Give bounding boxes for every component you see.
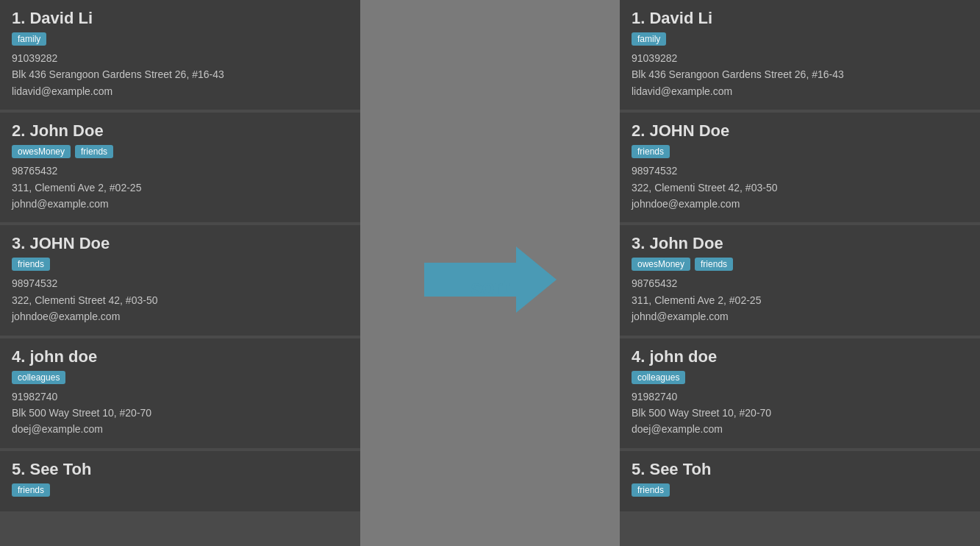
contact-tags: friends xyxy=(12,258,348,271)
contact-card: 1. David Lifamily91039282Blk 436 Serango… xyxy=(620,0,980,110)
contact-phone: 91039282 xyxy=(632,50,968,66)
contact-tags: owesMoneyfriends xyxy=(12,145,348,158)
contact-name: 5. See Toh xyxy=(12,460,348,479)
tag: friends xyxy=(12,483,50,497)
contact-email: johnd@example.com xyxy=(632,308,968,325)
contact-email: lidavid@example.com xyxy=(632,83,968,99)
contact-email: johndoe@example.com xyxy=(12,308,348,325)
contact-tags: friends xyxy=(632,483,968,497)
contact-name: 1. David Li xyxy=(12,9,348,28)
sort-label: sort xyxy=(471,276,509,299)
right-panel[interactable]: 1. David Lifamily91039282Blk 436 Serango… xyxy=(620,0,980,546)
contact-tags: colleagues xyxy=(12,371,348,384)
contact-email: johndoe@example.com xyxy=(632,196,968,212)
left-panel[interactable]: 1. David Lifamily91039282Blk 436 Serango… xyxy=(0,0,360,546)
arrow-head xyxy=(516,247,557,313)
contact-card: 5. See Tohfriends xyxy=(620,451,980,511)
tag: friends xyxy=(632,483,670,497)
contact-address: 322, Clementi Street 42, #03-50 xyxy=(632,180,968,196)
contact-card: 2. John DoeowesMoneyfriends98765432311, … xyxy=(0,113,360,222)
middle-section: sort xyxy=(360,0,620,546)
contact-email: doej@example.com xyxy=(12,421,348,437)
tag: friends xyxy=(695,258,733,271)
contact-phone: 98765432 xyxy=(12,163,348,179)
contact-card: 2. JOHN Doefriends98974532322, Clementi … xyxy=(620,113,980,222)
contact-card: 3. JOHN Doefriends98974532322, Clementi … xyxy=(0,225,360,335)
tag: owesMoney xyxy=(632,258,690,271)
contact-card: 4. john doecolleagues91982740Blk 500 Way… xyxy=(0,338,360,448)
contact-email: johnd@example.com xyxy=(12,196,348,212)
tag: owesMoney xyxy=(12,145,71,158)
contact-email: doej@example.com xyxy=(632,421,968,437)
sort-arrow: sort xyxy=(424,247,557,299)
contact-name: 1. David Li xyxy=(632,9,968,28)
contact-phone: 91982740 xyxy=(12,389,348,405)
contact-tags: friends xyxy=(632,145,968,158)
contact-phone: 91982740 xyxy=(632,389,968,405)
contact-card: 3. John DoeowesMoneyfriends98765432311, … xyxy=(620,225,980,335)
contact-email: lidavid@example.com xyxy=(12,83,348,99)
tag: friends xyxy=(12,258,50,271)
contact-phone: 98765432 xyxy=(632,275,968,291)
contact-phone: 91039282 xyxy=(12,50,348,66)
contact-address: Blk 500 Way Street 10, #20-70 xyxy=(632,405,968,421)
contact-tags: colleagues xyxy=(632,371,968,384)
contact-name: 4. john doe xyxy=(632,347,968,366)
contact-tags: family xyxy=(12,32,348,46)
tag: family xyxy=(12,32,46,46)
contact-address: 311, Clementi Ave 2, #02-25 xyxy=(12,180,348,196)
contact-name: 3. John Doe xyxy=(632,234,968,253)
contact-address: Blk 500 Way Street 10, #20-70 xyxy=(12,405,348,421)
contact-phone: 98974532 xyxy=(632,163,968,179)
contact-card: 1. David Lifamily91039282Blk 436 Serango… xyxy=(0,0,360,110)
contact-phone: 98974532 xyxy=(12,275,348,291)
tag: friends xyxy=(75,145,113,158)
tag: friends xyxy=(632,145,670,158)
contact-address: Blk 436 Serangoon Gardens Street 26, #16… xyxy=(632,66,968,82)
contact-address: Blk 436 Serangoon Gardens Street 26, #16… xyxy=(12,66,348,82)
contact-name: 4. john doe xyxy=(12,347,348,366)
tag: colleagues xyxy=(632,371,685,384)
contact-name: 5. See Toh xyxy=(632,460,968,479)
tag: colleagues xyxy=(12,371,65,384)
contact-card: 4. john doecolleagues91982740Blk 500 Way… xyxy=(620,338,980,448)
contact-tags: owesMoneyfriends xyxy=(632,258,968,271)
tag: family xyxy=(632,32,666,46)
contact-address: 322, Clementi Street 42, #03-50 xyxy=(12,292,348,308)
contact-address: 311, Clementi Ave 2, #02-25 xyxy=(632,292,968,308)
contact-name: 2. John Doe xyxy=(12,121,348,141)
contact-name: 2. JOHN Doe xyxy=(632,121,968,141)
contact-card: 5. See Tohfriends xyxy=(0,451,360,511)
contact-tags: friends xyxy=(12,483,348,497)
contact-name: 3. JOHN Doe xyxy=(12,234,348,253)
contact-tags: family xyxy=(632,32,968,46)
